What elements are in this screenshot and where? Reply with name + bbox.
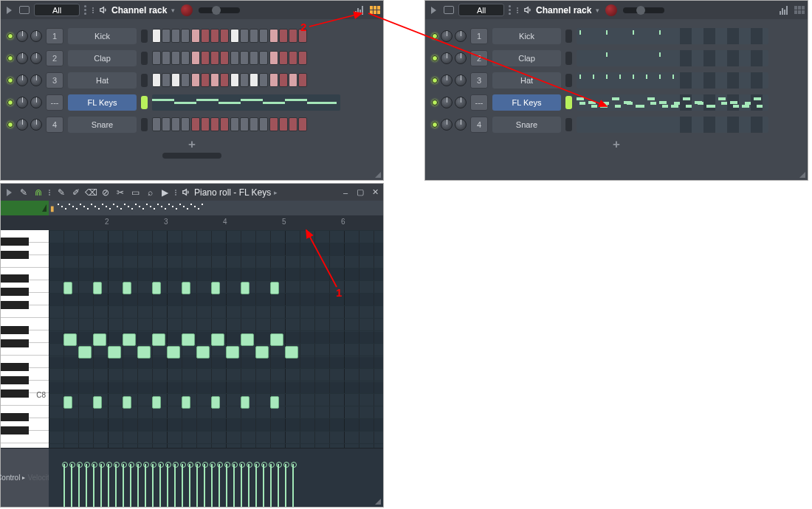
control-label[interactable]: Control▸ Velocity <box>1 449 49 507</box>
select-icon[interactable]: ▭ <box>129 187 141 198</box>
step-button[interactable] <box>220 29 229 43</box>
channel-number[interactable]: 3 <box>46 72 63 89</box>
add-channel-button[interactable]: + <box>425 136 808 153</box>
magnet-icon[interactable]: ⋒ <box>32 187 44 198</box>
channel-number[interactable]: 1 <box>46 28 63 44</box>
channel-led[interactable] <box>7 77 13 83</box>
swing-slider[interactable] <box>623 7 664 13</box>
step-button[interactable] <box>152 51 161 65</box>
step-button[interactable] <box>191 117 200 131</box>
channel-led[interactable] <box>432 122 438 128</box>
channel-number[interactable]: 2 <box>46 50 63 66</box>
step-button[interactable] <box>240 73 249 87</box>
menu-icon[interactable] <box>84 5 88 15</box>
step-button[interactable] <box>289 117 297 131</box>
volume-knob[interactable] <box>455 75 467 86</box>
channel-name-button[interactable]: FL Keys <box>68 94 137 111</box>
mini-preview[interactable] <box>577 117 768 133</box>
pan-knob[interactable] <box>441 119 453 131</box>
piano-keyboard[interactable]: C8 <box>1 230 49 448</box>
channel-number[interactable]: 1 <box>470 28 488 44</box>
channel-number[interactable]: 4 <box>46 117 63 133</box>
volume-knob[interactable] <box>30 97 42 108</box>
step-button[interactable] <box>240 51 249 65</box>
step-button[interactable] <box>259 29 268 43</box>
channel-select-led[interactable] <box>141 52 148 65</box>
channel-select-led[interactable] <box>565 74 572 87</box>
step-button[interactable] <box>269 117 278 131</box>
channel-number[interactable]: 4 <box>470 117 488 133</box>
step-button[interactable] <box>259 73 268 87</box>
step-button[interactable] <box>210 51 219 65</box>
pan-knob[interactable] <box>441 97 453 108</box>
volume-knob[interactable] <box>455 52 467 64</box>
step-button[interactable] <box>171 117 180 131</box>
step-sequencer[interactable] <box>152 117 307 131</box>
step-button[interactable] <box>191 51 200 65</box>
step-button[interactable] <box>298 51 307 65</box>
brush-icon[interactable]: ✐ <box>70 187 82 198</box>
zoom-icon[interactable]: ⌕ <box>144 187 156 198</box>
cut-icon[interactable]: ✂ <box>114 187 126 198</box>
play-icon[interactable] <box>7 7 12 14</box>
pencil-icon[interactable]: ✎ <box>55 187 67 198</box>
volume-knob[interactable] <box>30 75 42 86</box>
step-button[interactable] <box>220 73 229 87</box>
record-button[interactable] <box>605 4 617 16</box>
step-button[interactable] <box>279 73 288 87</box>
channel-select-led[interactable] <box>141 30 148 43</box>
step-button[interactable] <box>201 73 210 87</box>
step-button[interactable] <box>162 51 171 65</box>
channel-name-button[interactable]: Snare <box>68 117 137 133</box>
view-graph-icon[interactable] <box>355 5 363 15</box>
volume-knob[interactable] <box>455 119 467 131</box>
note-grid[interactable] <box>49 230 383 448</box>
step-button[interactable] <box>250 117 258 131</box>
resize-handle[interactable] <box>375 499 381 505</box>
step-button[interactable] <box>230 29 239 43</box>
folder-icon[interactable] <box>19 6 30 14</box>
play-icon[interactable] <box>431 7 436 14</box>
step-button[interactable] <box>230 73 239 87</box>
channel-select-led[interactable] <box>141 96 148 109</box>
step-button[interactable] <box>201 117 210 131</box>
folder-icon[interactable] <box>444 6 454 14</box>
channel-name-button[interactable]: Clap <box>492 50 561 66</box>
menu-icon[interactable] <box>509 5 512 15</box>
erase-icon[interactable]: ⌫ <box>85 187 97 198</box>
step-button[interactable] <box>240 29 249 43</box>
channel-number[interactable]: --- <box>470 94 488 111</box>
channel-led[interactable] <box>7 122 13 128</box>
channel-led[interactable] <box>432 33 438 39</box>
step-button[interactable] <box>240 117 249 131</box>
channel-name-button[interactable]: Hat <box>492 72 561 89</box>
resize-handle[interactable] <box>799 172 805 178</box>
channel-name-button[interactable]: Clap <box>68 50 137 66</box>
view-steps-icon[interactable] <box>794 6 805 14</box>
chevron-down-icon[interactable]: ▾ <box>596 7 599 14</box>
step-button[interactable] <box>181 73 190 87</box>
step-button[interactable] <box>162 29 171 43</box>
channel-led[interactable] <box>432 55 438 61</box>
channel-led[interactable] <box>7 33 13 39</box>
step-button[interactable] <box>279 51 288 65</box>
chevron-down-icon[interactable]: ▾ <box>171 7 175 14</box>
step-button[interactable] <box>181 29 190 43</box>
volume-knob[interactable] <box>30 52 42 64</box>
mini-preview[interactable] <box>577 72 768 89</box>
channel-led[interactable] <box>432 77 438 83</box>
step-button[interactable] <box>269 51 278 65</box>
play-icon[interactable] <box>7 189 12 196</box>
step-button[interactable] <box>220 117 229 131</box>
step-button[interactable] <box>250 51 258 65</box>
step-button[interactable] <box>298 73 307 87</box>
step-button[interactable] <box>269 29 278 43</box>
play-tool-icon[interactable]: ▶ <box>159 187 171 198</box>
step-button[interactable] <box>210 73 219 87</box>
step-button[interactable] <box>152 29 161 43</box>
channel-led[interactable] <box>7 100 13 105</box>
step-button[interactable] <box>269 73 278 87</box>
channel-select-led[interactable] <box>141 118 148 131</box>
pan-knob[interactable] <box>16 30 28 42</box>
piano-roll-ruler[interactable]: 23456 <box>1 215 383 230</box>
